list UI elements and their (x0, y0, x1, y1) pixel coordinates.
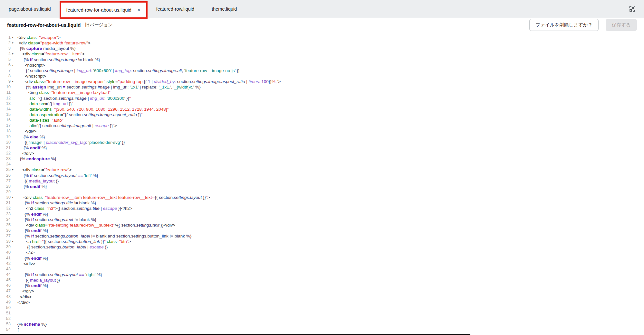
code-line[interactable]: 20 {{ 'image' | placeholder_svg_tag: 'pl… (0, 140, 644, 145)
code-line-text: {% endcapture %} (15, 156, 56, 162)
code-line[interactable]: 54{ (0, 327, 644, 332)
line-number: 41 (0, 256, 15, 261)
code-line[interactable]: 15 data-aspectratio="{{ section.settings… (0, 112, 644, 117)
tab-featured-row-for-about-us[interactable]: featured-row-for-about-us.liquid ✕ (60, 1, 148, 19)
code-line[interactable]: 52 (0, 316, 644, 321)
line-number: 10 (0, 84, 15, 90)
line-number: 15 (0, 112, 15, 117)
code-line[interactable]: 40 </a> (0, 250, 644, 255)
code-line[interactable]: 43 (0, 266, 644, 272)
collapse-icon[interactable] (629, 6, 635, 12)
code-line[interactable]: 8 </noscript> (0, 73, 644, 79)
code-line[interactable]: 38▾ <a href="{{ section.settings.button_… (0, 239, 644, 244)
delete-file-button[interactable]: ファイルを削除しますか？ (529, 19, 599, 31)
tab-label: featured-row-for-about-us.liquid (66, 7, 131, 13)
save-button[interactable]: 保存する (606, 19, 637, 31)
fold-arrow-icon[interactable]: ▾ (11, 51, 15, 57)
line-number: 28 (0, 184, 15, 189)
code-line[interactable]: 31 {% if section.settings.title != blank… (0, 200, 644, 206)
code-line-text: data-sizes="auto" (15, 117, 63, 123)
code-line[interactable]: 47 </div> (0, 288, 644, 294)
code-line[interactable]: 50 (0, 305, 644, 311)
tab-page-about-us[interactable]: page.about-us.liquid (0, 0, 60, 18)
code-line[interactable]: 17 alt="{{ section.settings.image.alt | … (0, 123, 644, 128)
code-line[interactable]: 7 {{ section.settings.image | img_url: '… (0, 68, 644, 73)
code-line-text: <a href="{{ section.settings.button_link… (15, 239, 131, 244)
tab-featured-row[interactable]: featured-row.liquid (148, 0, 203, 18)
tab-theme[interactable]: theme.liquid (203, 0, 245, 18)
code-line-text: </a> (15, 250, 34, 255)
code-line-text: src="{{ section.settings.image | img_url… (15, 96, 131, 101)
code-line[interactable]: 46 {% endif %} (0, 283, 644, 288)
code-line[interactable]: 6▾ <noscript> (0, 62, 644, 68)
code-lines: 1▾<div class="wrapper">2▾ <div class="pa… (0, 35, 644, 334)
code-line-text: </noscript> (15, 73, 46, 79)
code-line[interactable]: 30▾ <div class="feature-row__item featur… (0, 195, 644, 200)
fold-arrow-icon[interactable]: ▾ (11, 167, 15, 172)
code-line[interactable]: 16 data-sizes="auto" (0, 117, 644, 123)
code-line[interactable]: 13 data-src="{{ img_url }}" (0, 101, 644, 107)
code-line[interactable]: 53{% schema %} (0, 321, 644, 327)
code-line-text: {{ section.settings.image | img_url: '60… (15, 68, 240, 73)
code-line[interactable]: 10 {% assign img_url = section.settings.… (0, 84, 644, 90)
tab-bar: page.about-us.liquid featured-row-for-ab… (0, 0, 644, 18)
code-line-text: data-widths="[360, 540, 720, 900, 1080, … (15, 107, 168, 112)
code-line[interactable]: 21 {% endif %} (0, 145, 644, 151)
line-number: 5 (0, 57, 15, 62)
code-line[interactable]: 1▾<div class="wrapper"> (0, 35, 644, 40)
code-line[interactable]: 32 <h2 class="h3">{{ section.settings.ti… (0, 206, 644, 211)
code-line[interactable]: 26 {% if section.settings.layout == 'lef… (0, 173, 644, 178)
code-line[interactable]: 34 {% if section.settings.text != blank … (0, 217, 644, 222)
code-editor[interactable]: 1▾<div class="wrapper">2▾ <div class="pa… (0, 32, 644, 334)
code-line[interactable]: 24 (0, 162, 644, 167)
line-number: 18 (0, 128, 15, 134)
code-line[interactable]: 9▾ <div class="feature-row__image-wrappe… (0, 79, 644, 84)
code-line[interactable]: 36 {% endif %} (0, 228, 644, 233)
code-line[interactable]: 48 </div> (0, 294, 644, 300)
code-line[interactable]: 11 <img class="feature-row__image lazylo… (0, 90, 644, 95)
code-line[interactable]: 25▾ <div class="feature-row"> (0, 167, 644, 172)
code-line-text: {% if section.settings.text != blank %} (15, 217, 96, 222)
fold-arrow-icon[interactable]: ▾ (11, 62, 15, 68)
code-line-text (15, 266, 17, 272)
code-line[interactable]: 4▾ <div class="feature-row__item"> (0, 51, 644, 57)
code-line[interactable]: 35 <div class="rte-setting featured-row_… (0, 222, 644, 228)
code-line[interactable]: 28 {% endif %} (0, 184, 644, 189)
code-line-text (15, 189, 17, 195)
close-icon[interactable]: ✕ (137, 7, 141, 13)
fold-arrow-icon[interactable]: ▾ (11, 195, 15, 200)
fold-arrow-icon[interactable]: ▾ (11, 79, 15, 84)
code-line[interactable]: 19 {% else %} (0, 134, 644, 140)
line-number: 2▾ (0, 40, 15, 46)
old-version-link[interactable]: 旧バージョン (85, 22, 112, 28)
code-line[interactable]: 51 (0, 311, 644, 316)
fold-arrow-icon[interactable]: ▾ (11, 40, 15, 46)
code-line[interactable]: 18 </div> (0, 128, 644, 134)
code-line-text: </div> (15, 151, 34, 156)
code-line[interactable]: 29 (0, 189, 644, 195)
code-line[interactable]: 41 {% endif %} (0, 256, 644, 261)
code-line[interactable]: 39 {{ section.settings.button_label | es… (0, 244, 644, 250)
code-line[interactable]: 23 {% endcapture %} (0, 156, 644, 162)
fold-arrow-icon[interactable]: ▾ (11, 239, 15, 244)
code-line-text: <div class="feature-row__image-wrapper" … (15, 79, 281, 84)
code-line-text: {{ media_layout }} (15, 178, 59, 184)
code-line[interactable]: 2▾ <div class="page-width feature-row"> (0, 40, 644, 46)
code-line[interactable]: 45 {{ media_layout }} (0, 277, 644, 283)
code-line[interactable]: 12 src="{{ section.settings.image | img_… (0, 96, 644, 101)
code-line-text: </div> (15, 288, 34, 294)
fold-arrow-icon[interactable]: ▾ (11, 35, 15, 40)
line-number: 3 (0, 46, 15, 51)
code-line[interactable]: 49</div> (0, 300, 644, 305)
code-line[interactable]: 42 </div> (0, 261, 644, 266)
code-line[interactable]: 44 {% if section.settings.layout == 'rig… (0, 272, 644, 277)
code-line[interactable]: 27 {{ media_layout }} (0, 178, 644, 184)
line-number: 51 (0, 311, 15, 316)
code-line[interactable]: 5 {% if section.settings.image != blank … (0, 57, 644, 62)
code-line[interactable]: 33 {% endif %} (0, 211, 644, 217)
code-line[interactable]: 14 data-widths="[360, 540, 720, 900, 108… (0, 107, 644, 112)
code-line[interactable]: 37 {% if section.settings.button_label !… (0, 233, 644, 239)
code-line[interactable]: 22 </div> (0, 151, 644, 156)
code-line-text: </div> (15, 300, 30, 305)
code-line[interactable]: 3 {% capture media_layout %} (0, 46, 644, 51)
